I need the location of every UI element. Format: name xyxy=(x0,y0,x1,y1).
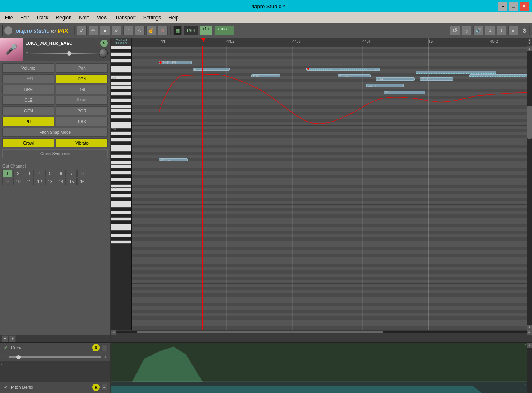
vibrato-button[interactable]: Vibrato xyxy=(56,138,108,147)
note-5[interactable]: を […...… xyxy=(338,74,371,77)
channel-10-button[interactable]: 10 xyxy=(13,178,23,185)
pitch-bend-reset-button[interactable]: R xyxy=(92,384,100,391)
ope-button[interactable]: ≣OPE xyxy=(56,96,108,105)
menu-note[interactable]: Note xyxy=(76,14,93,21)
por-button[interactable]: POR xyxy=(56,106,108,115)
curve-tool-button[interactable]: ∿ xyxy=(135,26,145,35)
maximize-button[interactable]: □ xyxy=(509,2,518,11)
channel-12-button[interactable]: 12 xyxy=(35,178,44,185)
dyn-button[interactable]: DYN xyxy=(56,74,108,83)
channel-13-button[interactable]: 13 xyxy=(45,178,55,185)
import-button[interactable]: ⇓ xyxy=(497,26,506,35)
bre-button[interactable]: BRE xyxy=(2,85,54,94)
volume-button[interactable]: Volume xyxy=(2,63,54,73)
growl-collapse-button[interactable]: − xyxy=(101,344,108,351)
hscroll-right-button[interactable]: ► xyxy=(527,330,532,335)
channel-3-button[interactable]: 3 xyxy=(24,170,34,177)
horizontal-scrollbar[interactable]: ◄ ► xyxy=(111,330,532,335)
vscroll-thumb[interactable] xyxy=(527,106,532,139)
minimize-button[interactable]: − xyxy=(498,2,507,11)
hscroll-thumb[interactable] xyxy=(137,331,383,333)
cle-button[interactable]: CLE xyxy=(2,96,54,105)
channel-7-button[interactable]: 7 xyxy=(67,170,77,177)
hscroll-left-button[interactable]: ◄ xyxy=(111,330,116,335)
vertical-scrollbar[interactable]: ▲ ▼ xyxy=(527,46,532,330)
growl-reset-button[interactable]: R xyxy=(92,344,100,351)
channel-8-button[interactable]: 8 xyxy=(77,170,87,177)
vscroll-down-button[interactable]: ▼ xyxy=(527,325,532,330)
channel-9-button[interactable]: 9 xyxy=(2,178,12,185)
pitch-bend-check-icon[interactable]: ✔ xyxy=(2,384,9,391)
note-11[interactable] xyxy=(469,74,527,77)
pitch-button[interactable]: ♭ xyxy=(462,26,471,35)
note-grid[interactable]: Pa [4...ֶ][8] を […] を [o] を […...… xyxy=(132,46,527,330)
line-tool-button[interactable]: / xyxy=(123,26,133,35)
vscroll-up-button[interactable]: ▲ xyxy=(527,46,532,51)
growl-slider-track[interactable] xyxy=(9,356,101,358)
note-6[interactable]: る [4... xyxy=(376,77,415,81)
growl-slider-thumb[interactable] xyxy=(16,355,21,359)
menu-settings[interactable]: Settings xyxy=(140,14,164,21)
add-automation-button[interactable]: + xyxy=(2,335,8,342)
eraser-tool-button[interactable]: ■ xyxy=(100,26,110,35)
note-3[interactable]: を [o] xyxy=(251,74,280,77)
pitch-snap-button[interactable]: Pitch Snap Mode xyxy=(2,128,108,137)
channel-15-button[interactable]: 15 xyxy=(67,178,77,185)
channel-1-button[interactable]: 1 xyxy=(2,170,12,177)
auto-vscroll-up[interactable]: ▲ xyxy=(527,343,532,348)
growl-button[interactable]: Growl xyxy=(2,138,54,147)
cross-synthesis-button[interactable]: Cross Synthesis xyxy=(2,149,108,158)
auto-button[interactable]: auto... xyxy=(215,26,235,35)
note-1[interactable]: Pa [4...ֶ][8] xyxy=(159,61,192,64)
loop-button[interactable]: ↺ xyxy=(450,26,460,35)
vscroll-track[interactable] xyxy=(527,51,532,325)
menu-edit[interactable]: Edit xyxy=(17,14,32,21)
menu-region[interactable]: Region xyxy=(53,14,75,21)
note-9[interactable] xyxy=(416,71,496,74)
auto-vscroll[interactable]: ▲ ▼ xyxy=(527,343,532,393)
collapse-automation-button[interactable]: ▾ xyxy=(9,335,16,342)
close-button[interactable]: ✕ xyxy=(520,2,529,11)
gear-icon-button[interactable]: ⚙ xyxy=(520,26,530,35)
menu-file[interactable]: File xyxy=(2,14,16,21)
brush-tool-button[interactable]: ✌ xyxy=(146,26,156,35)
channel-4-button[interactable]: 4 xyxy=(35,170,44,177)
menu-help[interactable]: Help xyxy=(165,14,182,21)
volume-thumb[interactable] xyxy=(67,51,71,56)
bri-button[interactable]: BRI xyxy=(56,85,108,94)
note-10[interactable]: かどな... xyxy=(420,77,453,81)
settings-icon-button[interactable]: ≡ xyxy=(508,26,518,35)
export-button[interactable]: ⇕ xyxy=(485,26,495,35)
menu-view[interactable]: View xyxy=(93,14,111,21)
scroll-up-icon[interactable]: ▲ xyxy=(527,38,532,42)
note-2[interactable]: を […] xyxy=(193,68,230,71)
growl-check-icon[interactable]: ✔ xyxy=(2,344,9,351)
growl-plus-icon[interactable]: + xyxy=(104,353,107,360)
note-bottom-1[interactable]: あび [...] xyxy=(159,158,188,161)
vel-button[interactable]: ≣VEL xyxy=(2,74,54,83)
menu-transport[interactable]: Transport xyxy=(112,14,139,21)
note-7[interactable]: の […... xyxy=(384,91,425,94)
note-8[interactable]: — [...] xyxy=(366,84,404,87)
pitch-bend-collapse-button[interactable]: − xyxy=(101,384,108,391)
close-tool-button[interactable]: ✕ xyxy=(158,26,168,35)
auto-vscroll-track[interactable] xyxy=(527,348,532,393)
channel-6-button[interactable]: 6 xyxy=(56,170,66,177)
pit-button[interactable]: PIT xyxy=(2,117,54,126)
channel-5-button[interactable]: 5 xyxy=(45,170,55,177)
channel-2-button[interactable]: 2 xyxy=(13,170,23,177)
volume-icon-button[interactable]: 🔊 xyxy=(473,26,483,35)
quantize-display[interactable]: r1♩ xyxy=(200,26,213,35)
hscroll-track[interactable] xyxy=(116,331,527,333)
growl-minus-icon[interactable]: − xyxy=(3,353,7,360)
menu-track[interactable]: Track xyxy=(33,14,52,21)
note-4[interactable] xyxy=(306,68,380,71)
channel-11-button[interactable]: 11 xyxy=(24,178,34,185)
pbs-button[interactable]: PBS xyxy=(56,117,108,126)
pencil-tool-button[interactable]: ✏ xyxy=(89,26,98,35)
select-tool-button[interactable]: ✓ xyxy=(77,26,87,35)
pan-knob[interactable] xyxy=(99,49,108,58)
pan-button[interactable]: Pan xyxy=(56,63,108,73)
channel-14-button[interactable]: 14 xyxy=(56,178,66,185)
scroll-down-icon[interactable]: ▼ xyxy=(527,42,532,45)
